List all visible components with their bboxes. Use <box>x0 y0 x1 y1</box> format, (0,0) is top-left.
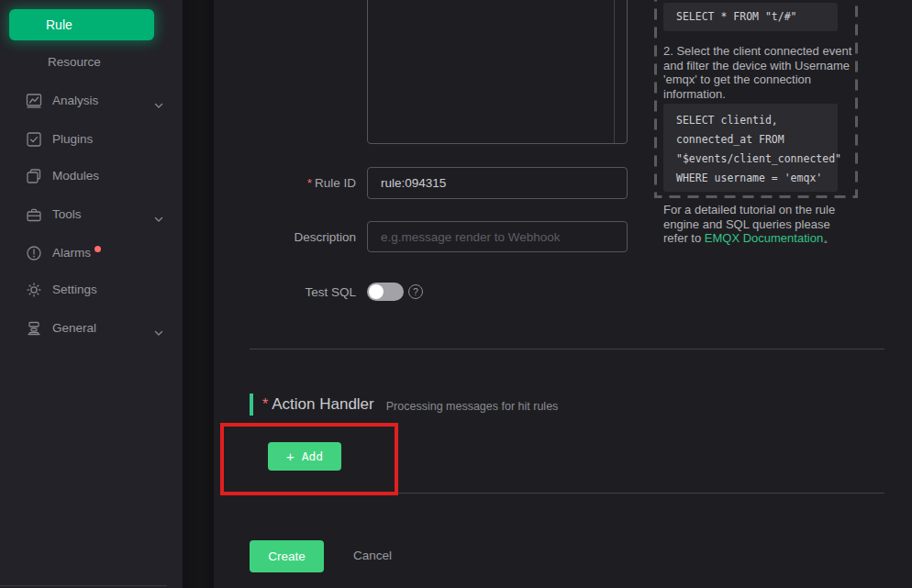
required-asterisk: * <box>307 176 312 190</box>
sidebar-item-rule[interactable]: Rule <box>9 9 154 40</box>
description-input[interactable] <box>367 221 628 252</box>
create-button[interactable]: Create <box>250 540 324 572</box>
emqx-documentation-link[interactable]: EMQX Documentation <box>705 231 823 245</box>
test-sql-label: Test SQL <box>214 285 356 299</box>
emqx-rule-create-page: Rule Resource Analysis <box>0 0 912 588</box>
sidebar-item-tools[interactable]: Tools <box>0 204 183 226</box>
description-label: Description <box>214 230 356 244</box>
sidebar: Rule Resource Analysis <box>0 0 183 588</box>
toggle-knob <box>369 284 384 299</box>
plus-icon: + <box>286 449 295 464</box>
action-handler-hint: Processing messages for hit rules <box>386 400 559 413</box>
help-step2-text: 2. Select the client connected event and… <box>663 44 852 101</box>
sidebar-item-alarms[interactable]: Alarms <box>0 242 183 264</box>
question-mark-icon[interactable]: ? <box>408 284 423 299</box>
editor-scrollbar[interactable] <box>614 0 615 143</box>
rule-id-input[interactable] <box>367 167 628 199</box>
action-handler-title: Action Handler <box>272 395 374 414</box>
sidebar-item-general[interactable]: General <box>0 317 183 339</box>
sidebar-item-modules[interactable]: Modules <box>0 165 183 187</box>
sql-example-basic: SELECT * FROM "t/#" <box>663 3 838 31</box>
rule-form: *Rule ID Description Test SQL ? * Action… <box>214 0 912 588</box>
section-divider <box>250 493 884 494</box>
sidebar-item-resource[interactable]: Resource <box>0 51 183 73</box>
help-tutorial-text: For a detailed tutorial on the rule engi… <box>663 203 852 246</box>
sql-example-client-connected: SELECT clientid, connected_at FROM "$eve… <box>663 104 838 192</box>
test-sql-toggle[interactable] <box>367 283 404 301</box>
alarm-badge <box>95 246 101 252</box>
action-handler-header: * Action Handler Processing messages for… <box>250 393 558 416</box>
sql-editor-textarea[interactable] <box>367 0 628 144</box>
sidebar-item-analysis[interactable]: Analysis <box>0 90 183 112</box>
chart-icon <box>26 93 42 109</box>
cancel-button[interactable]: Cancel <box>353 549 392 562</box>
chevron-down-icon <box>153 96 164 107</box>
chevron-down-icon <box>153 324 164 335</box>
copy-icon <box>26 168 42 184</box>
section-divider <box>250 349 884 349</box>
sidebar-item-settings[interactable]: Settings <box>0 279 183 301</box>
sitemap-icon <box>26 320 42 337</box>
gear-icon <box>26 282 42 298</box>
rule-id-label: *Rule ID <box>214 176 356 190</box>
required-asterisk: * <box>262 396 268 413</box>
sidebar-item-plugins[interactable]: Plugins <box>0 128 183 150</box>
checkbox-icon <box>26 131 42 148</box>
briefcase-icon <box>26 206 42 223</box>
sidebar-footer-divider <box>0 585 167 586</box>
alert-circle-icon <box>26 245 42 261</box>
add-action-button[interactable]: + Add <box>268 442 341 471</box>
section-accent-bar <box>250 394 253 416</box>
chevron-down-icon <box>153 210 164 221</box>
sidebar-shadow-gutter <box>183 0 214 588</box>
